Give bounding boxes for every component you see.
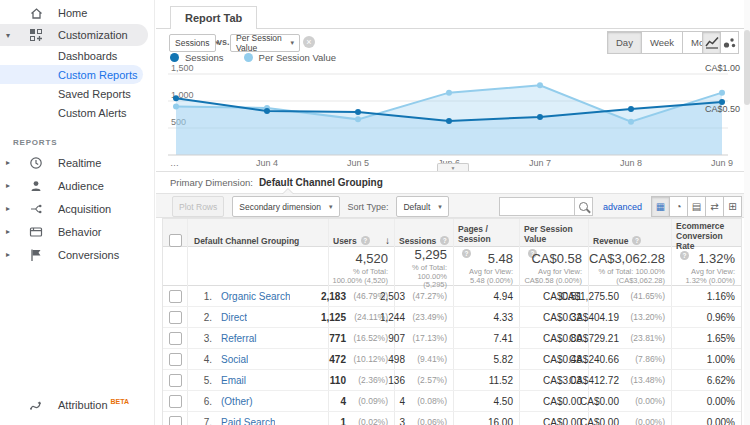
sidebar-label: Acquisition: [58, 203, 111, 215]
comparison-view-icon[interactable]: ⇄: [705, 196, 724, 217]
users-value: 2,183: [321, 291, 346, 302]
caret-right-icon: ▸: [0, 227, 16, 236]
table-row: 3.Referral 771(16.52%) 907(17.13%) 7.41 …: [163, 328, 741, 349]
channel-link[interactable]: (Other): [221, 396, 253, 407]
channel-link[interactable]: Paid Search: [221, 417, 275, 425]
help-icon[interactable]: ?: [361, 236, 370, 245]
search-input[interactable]: [499, 197, 574, 216]
row-checkbox[interactable]: [169, 374, 182, 387]
totals-sessions: 5,295% of Total: 100.00% (5,295): [394, 247, 453, 290]
sidebar-item-saved-reports[interactable]: Saved Reports: [0, 84, 154, 103]
pages-session-value: 16.00: [488, 417, 513, 425]
help-icon[interactable]: ?: [440, 236, 449, 245]
pages-session-value: 4.50: [494, 396, 513, 407]
sidebar-item-custom-reports[interactable]: Custom Reports: [0, 65, 143, 84]
sidebar: Home ▾ Customization Dashboards Custom R…: [0, 0, 155, 425]
sidebar-item-attribution[interactable]: Attribution BETA: [0, 394, 129, 416]
svg-text:Jun 8: Jun 8: [620, 158, 642, 168]
channel-link[interactable]: Direct: [221, 312, 247, 323]
row-rank: 7.: [196, 417, 212, 425]
performance-view-icon[interactable]: ▤: [687, 196, 706, 217]
vertical-scrollbar[interactable]: [744, 0, 750, 425]
main-content: Report Tab Sessions ▾ vs. Per Session Va…: [156, 0, 750, 425]
row-checkbox[interactable]: [169, 290, 182, 303]
ecr-value: 1.16%: [707, 291, 735, 302]
sidebar-item-audience[interactable]: ▸ Audience: [0, 174, 154, 197]
sidebar-item-realtime[interactable]: ▸ Realtime: [0, 151, 154, 174]
tab-report-tab[interactable]: Report Tab: [170, 6, 257, 29]
behavior-icon: [28, 225, 44, 239]
row-checkbox[interactable]: [169, 353, 182, 366]
pages-session-value: 7.41: [494, 333, 513, 344]
pages-session-value: 4.94: [494, 291, 513, 302]
caret-down-icon: ▾: [329, 203, 333, 211]
percentage-view-icon[interactable]: ◔: [669, 196, 688, 217]
caret-right-icon: ▸: [0, 250, 16, 259]
sidebar-item-custom-alerts[interactable]: Custom Alerts: [0, 103, 154, 122]
svg-text:Jun 9: Jun 9: [711, 158, 733, 168]
row-rank: 3.: [196, 333, 212, 344]
sidebar-item-behavior[interactable]: ▸ Behavior: [0, 220, 154, 243]
users-value: 1,125: [321, 312, 346, 323]
users-value: 110: [330, 375, 346, 386]
users-value: 771: [329, 333, 346, 344]
metric-b-dropdown[interactable]: Per Session Value ▾: [230, 34, 300, 52]
row-checkbox[interactable]: [169, 332, 182, 345]
row-checkbox[interactable]: [169, 395, 182, 408]
ecr-value: 1.65%: [707, 333, 735, 344]
line-chart-icon[interactable]: [702, 31, 721, 54]
acquisition-icon: [28, 202, 44, 216]
svg-text:Jun 5: Jun 5: [347, 158, 369, 168]
search-button[interactable]: [574, 197, 593, 216]
pages-session-value: 5.82: [494, 354, 513, 365]
sort-desc-icon: ↓: [385, 236, 390, 246]
sidebar-item-conversions[interactable]: ▸ Conversions: [0, 243, 154, 266]
secondary-dimension-dropdown[interactable]: Secondary dimension ▾: [232, 196, 339, 217]
help-icon[interactable]: ?: [632, 236, 641, 245]
advanced-search-link[interactable]: advanced: [603, 202, 642, 212]
granularity-day-button[interactable]: Day: [607, 31, 642, 54]
table-row: 5.Email 110(2.36%) 136(2.57%) 11.52 CA$3…: [163, 370, 741, 391]
sidebar-label: Behavior: [58, 226, 101, 238]
sidebar-label: Home: [58, 7, 87, 19]
primary-dimension-value[interactable]: Default Channel Grouping: [259, 177, 383, 188]
sidebar-label: Audience: [58, 180, 104, 192]
per-session-value: CA$0.00: [543, 417, 582, 425]
plot-rows-button[interactable]: Plot Rows: [172, 196, 224, 217]
select-all-checkbox[interactable]: [169, 234, 182, 247]
svg-text:Jun 4: Jun 4: [256, 158, 278, 168]
sort-type-dropdown[interactable]: Default ▾: [396, 196, 448, 217]
motion-chart-icon[interactable]: [720, 31, 739, 54]
pivot-view-icon[interactable]: ⊞: [723, 196, 742, 217]
chart-collapse-handle[interactable]: ▼: [437, 163, 469, 171]
table-row: 7.Paid Search 1(0.02%) 3(0.06%) 16.00 CA…: [163, 412, 741, 425]
metric-a-dropdown[interactable]: Sessions ▾: [169, 34, 216, 52]
remove-metric-icon[interactable]: ×: [303, 36, 315, 48]
users-value: 472: [329, 354, 346, 365]
channel-link[interactable]: Email: [221, 375, 246, 386]
row-checkbox[interactable]: [169, 311, 182, 324]
caret-down-icon: ▾: [284, 39, 294, 47]
totals-per-session-value: CA$0.58Avg for View: CA$0.58 (0.00%): [519, 247, 588, 290]
table-totals-row: 4,520% of Total: 100.00% (4,520) 5,295% …: [163, 247, 741, 286]
channel-link[interactable]: Referral: [221, 333, 257, 344]
sidebar-item-home[interactable]: Home: [0, 2, 154, 24]
primary-dimension-label: Primary Dimension:: [170, 177, 253, 188]
caret-right-icon: ▸: [0, 158, 16, 167]
sessions-value: 907: [388, 333, 405, 344]
row-checkbox[interactable]: [169, 416, 182, 425]
ecr-value: 1.00%: [707, 354, 735, 365]
totals-revenue: CA$3,062.28% of Total: 100.00% (CA$3,062…: [588, 247, 671, 290]
scrollbar-thumb[interactable]: [744, 30, 750, 105]
revenue-value: CA$1,275.50: [561, 291, 619, 302]
sidebar-item-dashboards[interactable]: Dashboards: [0, 46, 154, 65]
granularity-week-button[interactable]: Week: [641, 31, 683, 54]
data-table-view-icon[interactable]: ▦: [651, 196, 670, 217]
ecr-value: 0.00%: [707, 417, 735, 425]
channel-link[interactable]: Organic Search: [221, 291, 290, 302]
sidebar-item-customization[interactable]: ▾ Customization: [0, 24, 148, 46]
per-session-value: CA$0.00: [543, 396, 582, 407]
row-rank: 1.: [196, 291, 212, 302]
sidebar-item-acquisition[interactable]: ▸ Acquisition: [0, 197, 154, 220]
channel-link[interactable]: Social: [221, 354, 248, 365]
